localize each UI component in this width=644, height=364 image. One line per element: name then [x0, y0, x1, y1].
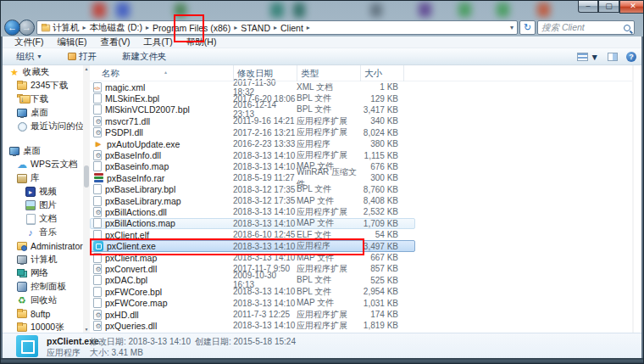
file-row-magic.xml[interactable]: magic.xml2017-11-30 18:32XML 文档1 KB — [90, 81, 415, 92]
sidebar-item-收藏夹[interactable]: 收藏夹 — [3, 65, 90, 79]
breadcrumb-segment[interactable]: Client — [279, 23, 305, 33]
column-header-type[interactable]: 类型 — [297, 65, 361, 81]
sidebar-item-最近访问的位置[interactable]: 最近访问的位置 — [3, 120, 90, 133]
details-line-2: 应用程序 大小: 3.41 MB — [3, 347, 643, 358]
sidebar-item-Administrator[interactable]: Administrator — [3, 239, 90, 253]
sidebar-item-label: 桌面 — [23, 145, 41, 157]
file-row-pxBillActions.dll[interactable]: pxBillActions.dll2018-3-13 14:10应用程序扩展2,… — [90, 206, 415, 217]
file-row-pxBillActions.map[interactable]: pxBillActions.map2018-3-13 14:10MAP 文件1,… — [90, 218, 415, 229]
back-button[interactable]: ← — [4, 20, 20, 36]
scrollbar-thumb[interactable] — [84, 165, 89, 188]
help-button[interactable]: ? — [626, 52, 636, 62]
search-input[interactable]: 搜索 Client — [537, 20, 635, 35]
breadcrumb-arrow-icon[interactable]: ▸ — [305, 24, 312, 31]
file-row-pxBaseLibrary.map[interactable]: pxBaseLibrary.map2018-3-12 17:35MAP 文件8,… — [90, 195, 415, 206]
sidebar-item-回收站[interactable]: 回收站 — [3, 294, 90, 307]
search-icon[interactable] — [624, 25, 630, 31]
breadcrumb-arrow-icon[interactable]: ▸ — [272, 24, 279, 31]
file-row-msvcr71.dll[interactable]: msvcr71.dll2011-9-16 14:21应用程序扩展340 KB — [90, 115, 415, 126]
maximize-button[interactable]: ▢ — [598, 1, 619, 13]
menu-item[interactable]: 编辑(E) — [50, 36, 93, 48]
file-row-pxBaseInfo.dll[interactable]: pxBaseInfo.dll2018-3-13 14:10应用程序扩展1,115… — [90, 149, 415, 160]
file-row-pxBaseInfo.rar[interactable]: pxBaseInfo.rar2018-5-19 11:27WinRAR 压缩文件… — [90, 172, 415, 183]
sidebar-item-label: 10000张 — [31, 322, 64, 333]
menu-item[interactable]: 查看(V) — [93, 36, 136, 48]
window-border-bottom — [1, 358, 644, 364]
sidebar-item-桌面[interactable]: 桌面 — [3, 106, 90, 120]
file-date: 2018-3-13 14:10 — [233, 162, 297, 171]
file-row-MlSkinVCLD2007.bpl[interactable]: MlSkinVCLD2007.bpl2016-12-14 23:13BPL 文件… — [90, 104, 415, 115]
change-view-button[interactable]: ▼ — [577, 52, 599, 62]
sidebar-item-WPS云文档[interactable]: WPS云文档 — [3, 158, 90, 171]
sidebar-item-label: 视频 — [39, 186, 57, 198]
forward-button[interactable]: → — [19, 20, 35, 36]
sidebar-item-2345下载[interactable]: 2345下载 — [3, 79, 90, 92]
sidebar-item-计算机[interactable]: 计算机 — [3, 253, 90, 266]
column-header-size[interactable]: 大小 — [361, 65, 404, 81]
minimize-button[interactable]: – — [578, 1, 598, 13]
file-row-pxFWCore.map[interactable]: pxFWCore.map2018-3-13 14:10MAP 文件1,031 K… — [90, 297, 415, 308]
column-header-name[interactable]: 名称 ▴ — [90, 65, 234, 81]
scroll-down-icon[interactable]: ▼ — [83, 327, 90, 332]
scroll-down-icon[interactable]: ▼ — [632, 327, 634, 332]
close-button[interactable]: ✕ — [619, 1, 644, 14]
new-folder-label: 新建文件夹 — [122, 51, 167, 63]
sidebar-item-10000张[interactable]: 10000张 — [3, 321, 90, 333]
file-row-pxDAC.bpl[interactable]: pxDAC.bpl2009-10-30 16:13BPL 文件525 KB — [90, 275, 415, 286]
sidebar-item-桌面[interactable]: 桌面 — [3, 144, 90, 158]
menu-item[interactable]: 文件(F) — [8, 36, 50, 48]
file-row-pxBaseinfo.map[interactable]: pxBaseinfo.map2018-3-13 14:10MAP 文件676 K… — [90, 161, 415, 172]
address-dropdown-icon[interactable]: ▾ — [510, 24, 517, 31]
file-date: 2018-3-12 17:35 — [233, 185, 297, 194]
breadcrumb-arrow-icon[interactable]: ▸ — [81, 24, 88, 31]
file-row-pxHD.dll[interactable]: pxHD.dll2011-7-3 12:25应用程序扩展174 KB — [90, 309, 415, 320]
sidebar-item-视频[interactable]: 视频 — [3, 185, 90, 199]
sidebar-item-音乐[interactable]: 音乐 — [3, 226, 90, 239]
file-row-PSDPI.dll[interactable]: PSDPI.dll2017-2-16 13:21应用程序扩展8,024 KB — [90, 127, 415, 138]
desktop-blob — [92, 3, 106, 18]
sidebar-item-文档[interactable]: 文档 — [3, 212, 90, 226]
sidebar-scrollbar[interactable]: ▲ ▼ — [83, 65, 90, 333]
refresh-button[interactable]: ↻ — [519, 20, 536, 35]
breadcrumb-segment[interactable]: STAND — [239, 23, 272, 33]
new-folder-button[interactable]: 新建文件夹 — [115, 51, 174, 63]
breadcrumb-arrow-icon[interactable]: ▸ — [144, 24, 151, 31]
sidebar-item-label: 下载 — [31, 93, 48, 105]
sidebar-item-控制面板[interactable]: 控制面板 — [3, 280, 90, 294]
breadcrumb-segment[interactable]: 计算机 — [51, 22, 81, 34]
file-row-pxQueries.dll[interactable]: pxQueries.dll2018-3-13 14:10应用程序扩展1,819 … — [90, 320, 415, 331]
file-size: 1 KB — [360, 82, 403, 92]
file-date: 2018-3-13 14:10 — [233, 219, 297, 228]
file-size: 380 KB — [360, 139, 403, 148]
desktop-blob — [293, 3, 305, 18]
updater-app-icon — [93, 139, 103, 149]
file-size: 54 KB — [360, 230, 403, 239]
file-list-scrollbar[interactable]: ▲ ▼ — [632, 65, 634, 333]
sidebar-item-8uftp[interactable]: 8uftp — [3, 307, 90, 321]
sidebar-item-label: 控制面板 — [31, 281, 66, 293]
file-row-pxFWCore.bpl[interactable]: pxFWCore.bpl2018-3-13 14:10BPL 文件2,954 K… — [90, 286, 415, 297]
breadcrumb-segment[interactable]: 本地磁盘 (D:) — [88, 22, 144, 34]
breadcrumb-arrow-icon[interactable]: ▸ — [232, 24, 239, 31]
preview-pane-button[interactable] — [608, 53, 618, 61]
address-bar[interactable]: 计算机▸本地磁盘 (D:)▸Program Files (x86)▸STAND▸… — [36, 20, 518, 35]
sidebar-item-下载[interactable]: 下载 — [3, 92, 90, 106]
file-row-pxBaseLibrary.bpl[interactable]: pxBaseLibrary.bpl2018-3-12 17:35BPL 文件8,… — [90, 184, 415, 195]
scroll-up-icon[interactable]: ▲ — [632, 66, 634, 71]
sidebar-item-label: 网络 — [31, 267, 48, 279]
search-placeholder: 搜索 Client — [541, 22, 624, 34]
file-name: pxDAC.bpl — [105, 275, 147, 285]
sidebar-item-网络[interactable]: 网络 — [3, 266, 90, 280]
folder-icon — [17, 309, 27, 319]
file-size: 676 KB — [360, 162, 403, 171]
scroll-up-icon[interactable]: ▲ — [83, 66, 90, 71]
sidebar-item-库[interactable]: 库 — [3, 171, 90, 185]
file-size: 1,031 KB — [360, 299, 403, 308]
sidebar-item-图片[interactable]: 图片 — [3, 199, 90, 212]
organize-button[interactable]: 组织 ▼ — [9, 51, 49, 63]
file-row-pxAutoUpdate.exe[interactable]: pxAutoUpdate.exe2016-2-23 13:33应用程序380 K… — [90, 138, 415, 149]
file-size: 8,024 KB — [360, 128, 403, 137]
open-button[interactable]: 打开 — [61, 51, 103, 63]
column-header-date[interactable]: 修改日期 — [234, 65, 297, 81]
file-type: 应用程序扩展 — [297, 149, 360, 161]
